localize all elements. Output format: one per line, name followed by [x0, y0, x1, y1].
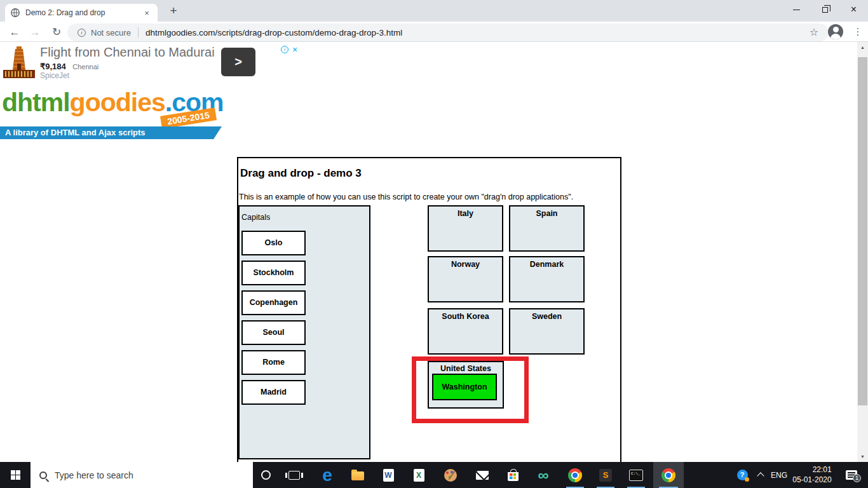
reload-icon[interactable]: ↻	[48, 24, 65, 41]
back-icon[interactable]: ←	[6, 24, 23, 41]
logo-tagline-fold	[214, 126, 222, 139]
ad-headline[interactable]: Flight from Chennai to Madurai	[40, 45, 215, 60]
page-info-icon[interactable]: i	[78, 29, 86, 37]
windows-logo-icon	[11, 470, 20, 480]
start-button[interactable]	[0, 462, 31, 488]
infinity-app-button[interactable]: ∞	[529, 462, 558, 488]
ad-price: ₹9,184	[40, 62, 66, 71]
paint-button[interactable]	[436, 462, 465, 488]
clock-time: 22:01	[792, 465, 831, 475]
drop-target-spain[interactable]: Spain	[509, 205, 585, 252]
word-button[interactable]: W	[374, 462, 403, 488]
tab-close-icon[interactable]: ×	[141, 8, 153, 18]
edge-button[interactable]: e	[313, 462, 342, 488]
drop-target-south-korea[interactable]: South Korea	[428, 308, 503, 355]
drag-item-stockholm[interactable]: Stockholm	[241, 261, 306, 285]
edge-icon: e	[322, 466, 332, 484]
ad-temple-image[interactable]	[0, 44, 38, 82]
scrollbar-thumb[interactable]	[858, 57, 867, 405]
window-controls: ×	[782, 0, 868, 19]
browser-tab[interactable]: Demo 2: Drag and drop ×	[5, 4, 158, 22]
sublime-text-button[interactable]: S	[591, 462, 620, 488]
tab-title: Demo 2: Drag and drop	[25, 8, 141, 17]
paint-icon	[444, 469, 457, 482]
ad-advertiser: SpiceJet	[40, 71, 69, 80]
mail-button[interactable]	[468, 462, 497, 488]
search-icon	[39, 471, 47, 479]
forward-icon[interactable]: →	[27, 24, 43, 41]
word-icon: W	[383, 469, 394, 482]
action-center-button[interactable]: 1	[839, 462, 864, 488]
tray-clock[interactable]: 22:01 05-01-2020	[789, 462, 835, 488]
annotation-highlight-box	[412, 356, 529, 423]
browser-toolbar: ← → ↻ i Not secure dhtmlgoodies.com/scri…	[0, 22, 868, 42]
demo-container: Drag and drop - demo 3 This is an exampl…	[237, 157, 621, 487]
file-explorer-button[interactable]	[343, 462, 372, 488]
ad-price-row: ₹9,184 Chennai	[40, 60, 98, 72]
profile-avatar[interactable]	[828, 24, 843, 39]
web-page: Flight from Chennai to Madurai ₹9,184 Ch…	[0, 42, 857, 462]
clock-date: 05-01-2020	[792, 475, 831, 485]
excel-button[interactable]: X	[404, 462, 433, 488]
drop-target-norway[interactable]: Norway	[428, 256, 503, 302]
store-icon	[508, 472, 519, 481]
screen: Demo 2: Drag and drop × + × ← → ↻ i Not …	[0, 0, 868, 488]
ad-close-icon[interactable]: ×	[292, 46, 297, 53]
chrome-icon	[568, 468, 582, 482]
logo-word-dhtml: dhtml	[2, 88, 70, 117]
omnibox-divider	[138, 27, 139, 37]
address-bar[interactable]: i Not secure dhtmlgoodies.com/scripts/dr…	[67, 24, 829, 41]
capitals-panel: Capitals Oslo Stockholm Copenhagen Seoul…	[238, 205, 370, 459]
ad-next-button[interactable]: >	[221, 48, 255, 76]
chrome-active-button[interactable]	[653, 462, 684, 488]
tray-help-button[interactable]: ?	[732, 462, 752, 488]
cortana-button[interactable]	[253, 462, 278, 488]
search-placeholder: Type here to search	[55, 470, 133, 480]
page-title: Drag and drop - demo 3	[240, 167, 362, 180]
chevron-up-icon	[757, 472, 764, 479]
task-view-icon	[288, 471, 300, 480]
drag-item-oslo[interactable]: Oslo	[241, 231, 306, 255]
adchoices-info-icon[interactable]: i	[281, 46, 288, 53]
language-label: ENG	[771, 471, 787, 480]
window-close-button[interactable]: ×	[839, 0, 868, 19]
store-button[interactable]	[498, 462, 527, 488]
drag-item-seoul[interactable]: Seoul	[241, 320, 306, 345]
demo-description: This is an example of how you can use th…	[239, 193, 614, 201]
drop-target-sweden[interactable]: Sweden	[509, 308, 585, 355]
task-view-button[interactable]	[280, 462, 309, 488]
command-prompt-button[interactable]: C:\_	[621, 462, 651, 488]
tray-show-hidden-icons[interactable]	[752, 462, 769, 488]
excel-icon: X	[414, 469, 424, 482]
new-tab-button[interactable]: +	[165, 3, 182, 19]
ad-subtitle: Chennai	[72, 63, 98, 71]
store-tiles	[510, 473, 516, 479]
drop-target-denmark[interactable]: Denmark	[509, 256, 585, 302]
capitals-label: Capitals	[241, 213, 270, 222]
notification-icon: 1	[846, 470, 857, 480]
logo-word-goodies: goodies	[70, 88, 165, 117]
bookmark-star-icon[interactable]: ☆	[810, 26, 818, 38]
drag-item-copenhagen[interactable]: Copenhagen	[241, 290, 306, 315]
window-restore-button[interactable]	[811, 0, 839, 19]
notification-badge: 1	[853, 474, 861, 482]
drag-item-rome[interactable]: Rome	[241, 350, 306, 375]
page-scrollbar[interactable]: ▲ ▼	[857, 42, 868, 462]
taskbar-search-box[interactable]: Type here to search	[31, 462, 253, 488]
cortana-icon	[261, 470, 271, 480]
command-prompt-icon: C:\_	[629, 470, 643, 481]
infinity-icon: ∞	[538, 468, 548, 483]
drop-target-italy[interactable]: Italy	[428, 205, 503, 252]
window-minimize-button[interactable]	[782, 0, 811, 19]
scroll-down-icon[interactable]: ▼	[857, 451, 868, 462]
tray-language-button[interactable]: ENG	[769, 462, 789, 488]
drag-item-madrid[interactable]: Madrid	[241, 380, 306, 405]
scroll-up-icon[interactable]: ▲	[857, 42, 868, 53]
help-icon: ?	[737, 470, 748, 480]
chrome-button[interactable]	[560, 462, 590, 488]
url-text[interactable]: dhtmlgoodies.com/scripts/drag-drop-custo…	[146, 28, 402, 37]
browser-menu-icon[interactable]: ⋮	[850, 24, 865, 39]
windows-taskbar: Type here to search e W X ∞ S C:\_ ? ENG…	[0, 462, 868, 488]
file-explorer-icon	[351, 471, 364, 480]
browser-tab-strip: Demo 2: Drag and drop × + ×	[0, 0, 868, 22]
